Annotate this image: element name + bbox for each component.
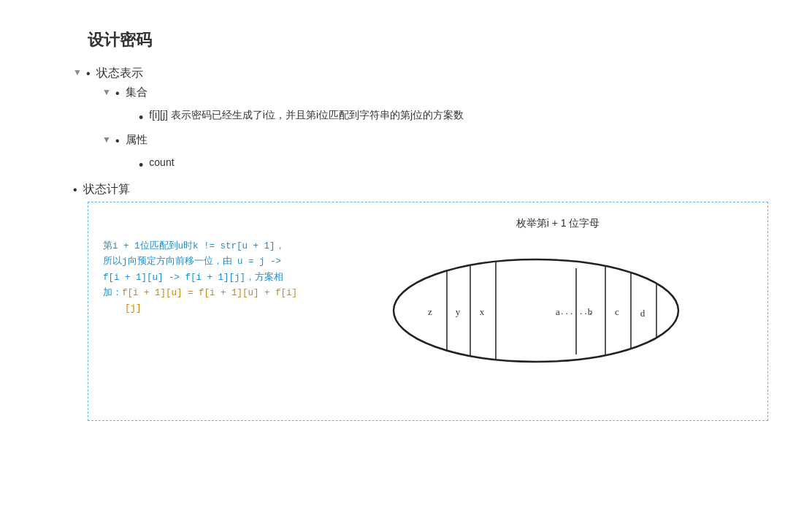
- code-block: 第i + 1位匹配到u时k != str[u + 1]， 所以j向预定方向前移一…: [103, 239, 297, 316]
- label-z: z: [428, 306, 432, 317]
- label-dots: · · · · · · ·: [561, 308, 591, 319]
- outline-item-state-rep: ▼ • 状态表示 ▼ • 集合 • f[i][j] 表示密码已经生成了i位，并且…: [73, 66, 768, 173]
- diagram-title: 枚举第i + 1 位字母: [516, 217, 600, 230]
- level1-state-calc: • 状态计算: [73, 182, 768, 197]
- label-state-rep: 状态表示: [96, 66, 143, 81]
- label-y: y: [456, 306, 461, 317]
- page-title: 设计密码: [88, 29, 768, 51]
- outline-item-state-calc: • 状态计算 第i + 1位匹配到u时k != str[u + 1]， 所以j向…: [73, 182, 768, 421]
- code-line-1: 第i + 1位匹配到u时k != str[u + 1]，: [103, 239, 297, 254]
- code-line-2: 所以j向预定方向前移一位，由 u = j ->: [103, 254, 297, 270]
- bullet-count: •: [139, 158, 143, 173]
- level2-collection: ▼ • 集合: [102, 86, 768, 100]
- toggle-attr[interactable]: ▼: [102, 134, 111, 145]
- diagram-inner: 第i + 1位匹配到u时k != str[u + 1]， 所以j向预定方向前移一…: [103, 217, 753, 369]
- label-attr: 属性: [126, 133, 148, 147]
- level3-container-collection: • f[i][j] 表示密码已经生成了i位，并且第i位匹配到字符串的第j位的方案…: [139, 109, 768, 126]
- level2-container-state-rep: ▼ • 集合 • f[i][j] 表示密码已经生成了i位，并且第i位匹配到字符串…: [102, 86, 768, 173]
- bullet-state-calc: •: [73, 183, 77, 197]
- bullet-fij: •: [139, 110, 143, 126]
- bullet-attr: •: [115, 134, 120, 148]
- label-c: c: [615, 306, 619, 317]
- level2-attr: ▼ • 属性: [102, 133, 768, 148]
- code-orange-2: [j]: [103, 303, 142, 314]
- outline: ▼ • 状态表示 ▼ • 集合 • f[i][j] 表示密码已经生成了i位，并且…: [73, 66, 768, 421]
- toggle-collection[interactable]: ▼: [102, 87, 111, 97]
- page: 设计密码 ▼ • 状态表示 ▼ • 集合 • f[i][j] 表示密码已经生成了: [0, 0, 812, 505]
- diagram-right: 枚举第i + 1 位字母: [319, 217, 753, 369]
- ellipse-svg: a b c d · · · · · · · x y: [383, 238, 689, 369]
- code-line-5: [j]: [103, 301, 297, 316]
- label-state-calc: 状态计算: [83, 182, 130, 197]
- toggle-state-rep[interactable]: ▼: [73, 67, 82, 77]
- label-a: a: [556, 306, 560, 317]
- label-d: d: [640, 308, 646, 319]
- label-fij: f[i][j] 表示密码已经生成了i位，并且第i位匹配到字符串的第j位的方案数: [149, 109, 464, 122]
- code-orange-1: f[i + 1][u] = f[i + 1][u] + f[i]: [122, 288, 297, 298]
- bullet-state-rep: •: [86, 67, 91, 80]
- diagram-box: 第i + 1位匹配到u时k != str[u + 1]， 所以j向预定方向前移一…: [88, 202, 768, 421]
- code-line-4: 加：f[i + 1][u] = f[i + 1][u] + f[i]: [103, 286, 297, 301]
- label-x: x: [480, 306, 485, 317]
- code-line-3: f[i + 1][u] -> f[i + 1][j]，方案相: [103, 270, 297, 286]
- bullet-collection: •: [115, 87, 120, 100]
- level3-fij: • f[i][j] 表示密码已经生成了i位，并且第i位匹配到字符串的第j位的方案…: [139, 109, 768, 126]
- svg-point-0: [394, 259, 678, 362]
- label-count: count: [149, 156, 174, 168]
- level3-count: • count: [139, 156, 768, 173]
- level3-container-attr: • count: [139, 156, 768, 173]
- label-collection: 集合: [126, 86, 148, 99]
- level1-state-rep: ▼ • 状态表示: [73, 66, 768, 81]
